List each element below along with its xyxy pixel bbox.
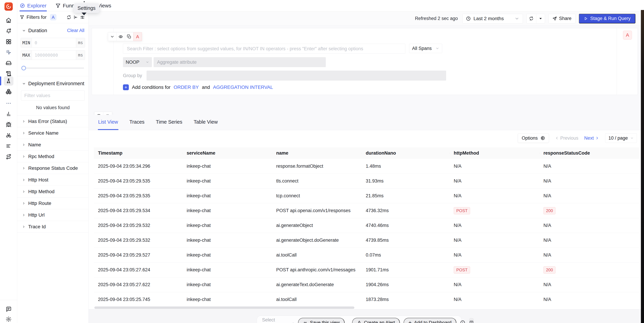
duration-cell: 1901.71ms [362, 267, 450, 272]
search-filter-input[interactable] [123, 44, 405, 54]
column-header[interactable]: durationNano [362, 150, 450, 156]
auto-refresh-caret[interactable] [536, 14, 545, 23]
filter-section-row[interactable]: Service Name [17, 127, 88, 139]
filter-section-row[interactable]: Has Error (Status) [17, 116, 88, 127]
sidebar-item-get-started[interactable] [0, 48, 17, 57]
sidebar-item-pipelines[interactable] [0, 152, 17, 162]
slider-track [22, 68, 84, 69]
query-badge-a[interactable]: A [50, 14, 56, 20]
sidebar-item-exceptions[interactable] [0, 120, 17, 130]
result-view-tab[interactable]: Time Series [156, 119, 183, 130]
order-by-link[interactable]: ORDER BY [174, 84, 199, 90]
duration-cell: 4736.32ms [362, 208, 450, 213]
table-row[interactable]: 2025-09-04 23:05:29.535 inkeep-chat tcp.… [94, 188, 640, 203]
filter-section-row[interactable]: Trace Id [17, 221, 88, 232]
filter-section-row[interactable]: Http Url [17, 209, 88, 221]
save-view-button[interactable]: Save this view [298, 318, 344, 323]
info-icon[interactable] [460, 320, 465, 323]
select-view-dropdown[interactable]: Select a view [262, 317, 294, 323]
filter-section-label: Name [28, 142, 41, 148]
active-indicator [0, 76, 1, 86]
timestamp-cell: 2025-09-04 23:05:29.535 [94, 178, 182, 184]
sidebar-item-dashboards[interactable] [0, 37, 17, 46]
column-header[interactable]: serviceName [182, 150, 272, 156]
result-view-tab[interactable]: Table View [193, 119, 218, 130]
filter-section-row[interactable]: Http Method [17, 186, 88, 198]
chevron-down-icon[interactable] [22, 82, 26, 86]
filter-section-row[interactable]: Http Host [17, 174, 88, 186]
environment-filter-input[interactable] [21, 90, 85, 100]
table-row[interactable]: 2025-09-04 23:05:29.527 inkeep-chat ai.t… [94, 248, 640, 262]
stage-run-query-button[interactable]: Stage & Run Query [579, 14, 636, 24]
result-view-tab[interactable]: Traces [129, 119, 145, 130]
create-alert-button[interactable]: Create an Alert [352, 318, 400, 323]
column-header[interactable]: name [272, 150, 362, 156]
sidebar-item-infrastructure[interactable] [0, 58, 17, 68]
options-button[interactable]: Options [518, 134, 549, 143]
sidebar-item-home[interactable] [0, 16, 17, 25]
column-header[interactable]: httpMethod [450, 150, 539, 156]
slider-handle[interactable] [21, 66, 26, 70]
sidebar-item-explore[interactable] [0, 130, 17, 140]
next-page-button[interactable]: Next [584, 136, 600, 141]
filter-section-row[interactable]: Http Route [17, 198, 88, 209]
sidebar-item-metrics[interactable] [0, 109, 17, 119]
sidebar-item-feedback[interactable] [0, 304, 17, 314]
refresh-button[interactable] [526, 14, 536, 23]
time-range-select[interactable]: Last 2 months [462, 14, 523, 24]
table-row[interactable]: 2025-09-04 23:05:25.745 inkeep-chat ai.t… [94, 292, 640, 307]
duration-max-input[interactable] [32, 50, 76, 60]
span-scope-select[interactable]: All Spans [409, 44, 442, 53]
horizontal-scrollbar[interactable] [94, 306, 354, 309]
add-conditions-row[interactable]: + Add conditions for ORDER BY and AGGREG… [123, 84, 273, 90]
aggregation-interval-link[interactable]: AGGREGATION INTERVAL [213, 84, 273, 90]
table-row[interactable]: 2025-09-04 23:05:29.534 inkeep-chat POST… [94, 203, 640, 218]
sidebar-item-more[interactable] [0, 98, 17, 108]
aggregate-operator-select[interactable]: NOOP [123, 57, 152, 67]
table-row[interactable]: 2025-09-04 23:05:34.296 inkeep-chat resp… [94, 159, 640, 174]
chevron-right-icon [22, 190, 26, 193]
duration-min-input[interactable] [32, 38, 76, 47]
signoz-logo[interactable] [4, 2, 13, 11]
result-view-tab[interactable]: List View [98, 119, 118, 130]
page-size-select[interactable]: 10 / page [605, 133, 637, 143]
column-header[interactable]: responseStatusCode [539, 150, 640, 156]
filter-section-row[interactable]: Response Status Code [17, 162, 88, 174]
sidebar-item-alert-rules[interactable] [0, 141, 17, 151]
chevron-right-icon [595, 136, 599, 140]
chevron-down-icon[interactable] [22, 29, 26, 32]
column-header[interactable]: Timestamp [94, 150, 182, 156]
duration-slider[interactable] [22, 66, 84, 70]
table-row[interactable]: 2025-09-04 23:05:29.532 inkeep-chat ai.g… [94, 233, 640, 248]
settings-tooltip: Settings [74, 4, 99, 13]
sync-filters-icon[interactable] [67, 15, 71, 20]
share-button[interactable]: Share [548, 14, 576, 24]
table-row[interactable]: 2025-09-04 23:05:29.532 inkeep-chat ai.g… [94, 218, 640, 233]
query-letter-button[interactable]: A [133, 32, 142, 41]
export-panel-button[interactable] [469, 318, 474, 323]
sidebar-item-settings[interactable] [0, 314, 17, 323]
span-name-cell: POST api.openai.com/v1/responses [272, 208, 362, 213]
sidebar-item-alerts[interactable] [0, 26, 17, 36]
table-row[interactable]: 2025-09-04 23:05:29.535 inkeep-chat tls.… [94, 174, 640, 188]
status-badge: 200 [544, 266, 556, 274]
previous-page-button[interactable]: Previous [555, 136, 578, 141]
duration-cell: 0.07ms [362, 252, 450, 258]
table-row[interactable]: 2025-09-04 23:05:27.622 inkeep-chat ai.g… [94, 277, 640, 292]
filter-section-row[interactable]: Name [17, 139, 88, 151]
add-to-dashboard-button[interactable]: + Add to Dashboard [404, 318, 456, 323]
sidebar-item-traces[interactable] [0, 76, 17, 86]
sidebar-item-services[interactable] [0, 87, 17, 96]
toggle-visibility-button[interactable] [116, 32, 125, 41]
table-row[interactable]: 2025-09-04 23:05:27.624 inkeep-chat POST… [94, 262, 640, 277]
clear-all-link[interactable]: Clear All [67, 28, 84, 33]
collapse-panel-icon[interactable] [73, 15, 78, 20]
tab-explorer[interactable]: Explorer [20, 0, 47, 11]
query-a-badge[interactable]: A [623, 31, 632, 40]
filter-section-row[interactable]: Rpc Method [17, 151, 88, 162]
plus-icon[interactable]: + [123, 84, 129, 90]
page-size-value: 10 / page [608, 136, 628, 141]
filters-title: Filters for [26, 14, 47, 20]
collapse-query-button[interactable] [108, 32, 116, 41]
copy-query-button[interactable] [125, 32, 134, 41]
